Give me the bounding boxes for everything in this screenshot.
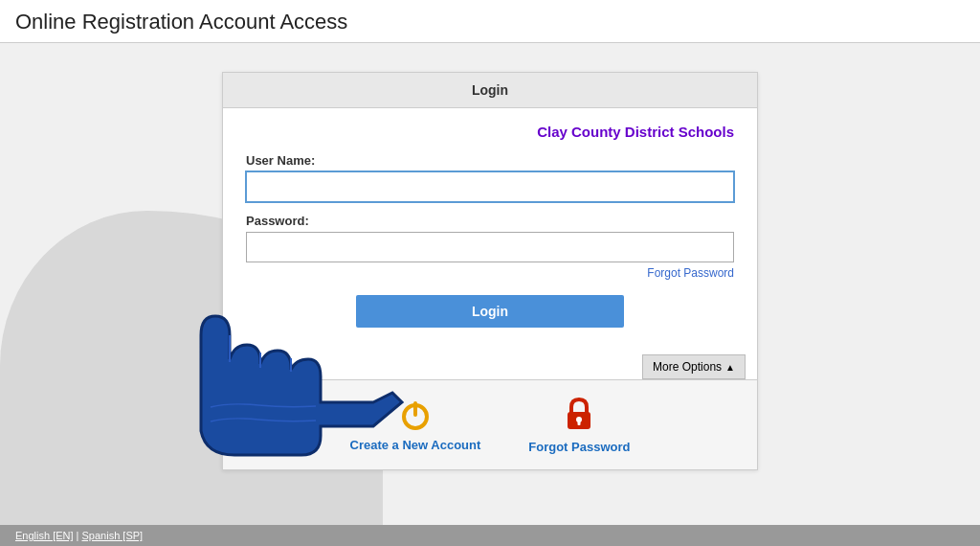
- username-label: User Name:: [246, 153, 734, 168]
- english-language-link[interactable]: English [EN]: [15, 530, 74, 541]
- more-options-label: More Options: [653, 360, 722, 374]
- username-group: User Name:: [246, 153, 734, 202]
- username-input[interactable]: [246, 171, 734, 202]
- footer-bar: English [EN] | Spanish [SP]: [0, 525, 980, 546]
- forgot-password-label: Forgot Password: [528, 440, 630, 454]
- page-header: Online Registration Account Access: [0, 0, 980, 43]
- more-options-button[interactable]: More Options ▲: [642, 354, 746, 379]
- main-content: Login Clay County District Schools User …: [0, 43, 980, 470]
- forgot-password-option[interactable]: Forgot Password: [528, 394, 630, 454]
- footer-separator: |: [74, 530, 82, 541]
- svg-rect-4: [578, 421, 581, 425]
- hand-cursor-icon: [172, 268, 421, 489]
- card-header: Login: [223, 73, 757, 108]
- page-title: Online Registration Account Access: [15, 10, 965, 34]
- chevron-up-icon: ▲: [725, 362, 735, 373]
- district-name: Clay County District Schools: [246, 124, 734, 140]
- password-label: Password:: [246, 214, 734, 228]
- spanish-language-link[interactable]: Spanish [SP]: [82, 530, 144, 541]
- card-header-label: Login: [472, 82, 508, 98]
- password-input[interactable]: [246, 232, 734, 262]
- lock-icon: [561, 394, 597, 434]
